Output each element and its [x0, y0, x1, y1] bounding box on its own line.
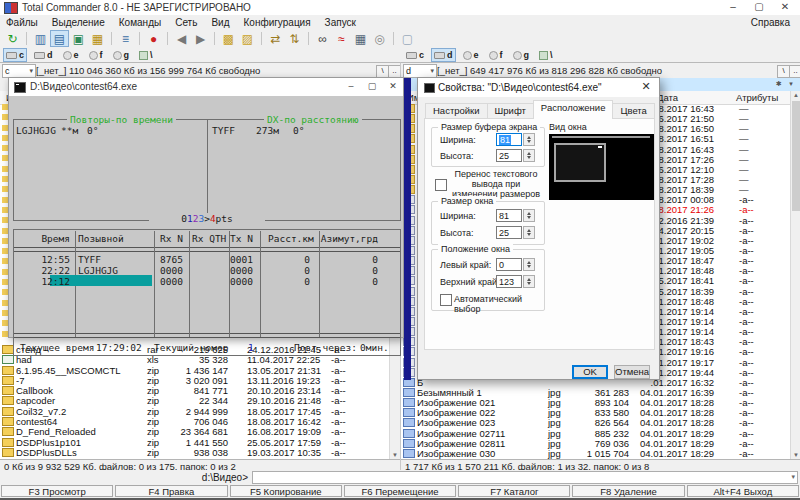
menu-item-show[interactable]: Вид — [211, 17, 229, 28]
preview-close-box — [598, 146, 602, 148]
maximize-icon[interactable]: ▢ — [746, 0, 772, 14]
menu-item-files[interactable]: Файлы — [6, 17, 38, 28]
buffer-width-field[interactable]: 81 — [496, 133, 522, 146]
right-scrollbar[interactable]: ▲ ▼ — [790, 91, 800, 459]
dialog-title-bar[interactable]: Свойства: "D:\Видео\contest64.exe" ✕ — [418, 78, 659, 97]
ok-button[interactable]: OK — [572, 365, 608, 379]
scrollbar-thumb[interactable] — [792, 101, 800, 211]
chevron-down-icon[interactable]: ▾ — [791, 473, 795, 481]
scroll-down-icon[interactable]: ▼ — [791, 452, 800, 458]
compare-icon[interactable]: ≈ — [332, 30, 351, 47]
quick-view-icon[interactable]: ≡ — [116, 30, 135, 47]
thumbnails-view-icon[interactable]: ▣ — [69, 30, 88, 47]
log-row[interactable]: 12:55TYFF8765000100 — [14, 254, 400, 265]
buffer-size-group: Размер буфера экрана Ширина: 81 Высота: … — [431, 127, 545, 167]
fkey-f8-button[interactable]: F8 Удаление — [572, 485, 684, 497]
drive-button-f[interactable]: f — [486, 48, 506, 62]
pack-icon[interactable]: ▩ — [219, 30, 238, 47]
window-height-field[interactable]: 25 — [496, 226, 522, 239]
menu-item-help[interactable]: Справка — [751, 17, 790, 28]
tree-view-icon[interactable]: ▦ — [88, 30, 107, 47]
close-icon[interactable]: ✕ — [383, 80, 403, 94]
top-edge-field[interactable]: 123 — [496, 275, 522, 288]
drive-button-f[interactable]: f — [86, 48, 106, 62]
tab-options[interactable]: Настройки — [425, 103, 488, 119]
menu-item-mark[interactable]: Выделение — [52, 17, 105, 28]
command-input[interactable]: ▾ — [252, 471, 798, 484]
drive-button-g[interactable]: g — [510, 48, 533, 62]
log-cell-rxn: 8765 — [160, 254, 190, 265]
file-row[interactable]: Изображение 030jpg1 015 70404.01.2017 18… — [401, 449, 800, 459]
scroll-down-icon[interactable]: ▼ — [390, 452, 400, 458]
repeat-minutes: **м — [61, 125, 78, 136]
minimize-icon[interactable]: – — [341, 80, 361, 94]
close-icon[interactable]: ✕ — [634, 79, 658, 95]
menu-item-net[interactable]: Сеть — [175, 17, 197, 28]
auto-position-checkbox[interactable] — [440, 294, 452, 306]
drive-button-root[interactable]: \ — [536, 48, 556, 62]
test-archives-icon[interactable]: ⇄ — [266, 30, 285, 47]
notes-icon[interactable]: ▢ — [398, 30, 417, 47]
full-view-icon[interactable]: ▤ — [50, 30, 69, 47]
search-icon[interactable]: ∞ — [313, 30, 332, 47]
network-icon[interactable]: ◎ — [370, 30, 389, 47]
fkey-f5-button[interactable]: F5 Копирование — [230, 485, 342, 497]
forward-icon[interactable]: ▶ — [191, 30, 210, 47]
sync-dirs-icon[interactable]: ⇅ — [285, 30, 304, 47]
menu-item-start[interactable]: Запуск — [325, 17, 356, 28]
tab-font[interactable]: Шрифт — [487, 103, 534, 119]
drive-button-g[interactable]: g — [110, 48, 133, 62]
left-edge-field[interactable]: 0 — [496, 258, 522, 271]
right-up-button[interactable]: .. — [789, 65, 800, 78]
history-dropdown-icon[interactable]: ▾ — [786, 79, 796, 89]
fkey-altf4-button[interactable]: Alt+F4 Выход — [687, 485, 799, 497]
window-width-field[interactable]: 81 — [496, 209, 522, 222]
menu-item-configuration[interactable]: Конфигурация — [244, 17, 311, 28]
favorites-icon[interactable]: ✱ — [774, 79, 784, 89]
cancel-button[interactable]: Отмена — [614, 365, 650, 379]
buffer-width-stepper[interactable] — [523, 133, 535, 146]
log-row[interactable]: 12:120000000000 — [14, 276, 400, 287]
scroll-up-icon[interactable]: ▲ — [791, 92, 800, 98]
close-icon[interactable]: ✕ — [772, 0, 798, 14]
back-icon[interactable]: ◀ — [172, 30, 191, 47]
brief-view-icon[interactable]: ▥ — [31, 30, 50, 47]
column-header-date[interactable]: Дата — [657, 92, 678, 103]
tab-layout[interactable]: Расположение — [533, 100, 614, 119]
drive-button-e[interactable]: e — [60, 48, 82, 62]
drive-button-d[interactable]: d — [31, 48, 56, 62]
drive-button-c[interactable]: c — [3, 48, 27, 62]
top-edge-stepper[interactable] — [523, 275, 535, 288]
right-drive-combo[interactable]: d ▾ — [403, 64, 437, 78]
fkey-f6-button[interactable]: F6 Перемещение — [344, 485, 456, 497]
left-edge-stepper[interactable] — [523, 258, 535, 271]
column-header-attr[interactable]: Атрибуты — [736, 92, 778, 103]
tab-colors[interactable]: Цвета — [612, 103, 654, 119]
buffer-height-stepper[interactable] — [523, 149, 535, 162]
drive-letter: d — [447, 50, 453, 60]
drive-button-root[interactable]: \ — [136, 48, 156, 62]
unpack-icon[interactable]: ▨ — [238, 30, 257, 47]
window-height-stepper[interactable] — [523, 226, 535, 239]
file-row[interactable]: Изображение 023jpg826 56404.01.2017 18:2… — [401, 418, 800, 428]
ftp-icon[interactable]: ● — [144, 30, 163, 47]
refresh-icon[interactable]: ↻ — [3, 30, 22, 47]
window-width-stepper[interactable] — [523, 209, 535, 222]
file-row[interactable]: DSDPlusDLLszip938 03819.03.2017 10:35-a-… — [0, 448, 400, 458]
drive-bar-right: cdefg\ — [400, 48, 800, 62]
drive-button-c[interactable]: c — [403, 48, 427, 62]
fkey-f3-button[interactable]: F3 Просмотр — [1, 485, 113, 497]
multi-rename-icon[interactable]: ▦ — [351, 30, 370, 47]
drive-button-d[interactable]: d — [431, 48, 456, 62]
maximize-icon[interactable]: ▢ — [362, 80, 382, 94]
left-drive-combo[interactable]: c ▾ — [2, 64, 36, 78]
buffer-height-field[interactable]: 25 — [496, 149, 522, 162]
fkey-f4-button[interactable]: F4 Правка — [115, 485, 227, 497]
wrap-output-checkbox[interactable] — [435, 179, 447, 191]
fkey-f7-button[interactable]: F7 Каталог — [458, 485, 570, 497]
console-title-bar[interactable]: D:\Видео\contest64.exe – ▢ ✕ — [9, 78, 403, 96]
menu-item-commands[interactable]: Команды — [119, 17, 161, 28]
drive-button-e[interactable]: e — [460, 48, 482, 62]
command-prompt: d:\Видео> — [200, 472, 248, 483]
minimize-icon[interactable]: – — [720, 0, 746, 14]
